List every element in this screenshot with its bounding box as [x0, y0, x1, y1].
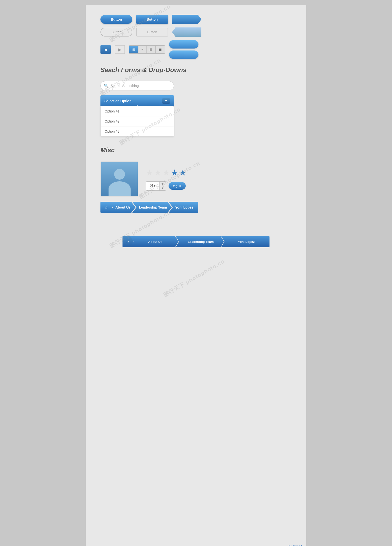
button-ghost-square-1[interactable]: Button — [136, 28, 168, 37]
bottom-nav-label-yoni: Yoni Lopez — [238, 240, 255, 244]
view-toggle-media[interactable]: ▣ — [156, 46, 165, 53]
breadcrumb-label-yoni: Yoni Lopez — [175, 205, 193, 209]
search-section-title: Seach Forms & Drop-Downs — [100, 66, 292, 74]
avatar-head — [114, 169, 125, 180]
search-forms-section: Seach Forms & Drop-Downs 🔍 Select an Opt… — [100, 66, 292, 136]
view-toggle-columns[interactable]: ⊟ — [147, 46, 156, 53]
chevron-down-icon: ▼ — [162, 98, 170, 104]
view-toggle-group: ⊞ ≡ ⊟ ▣ — [129, 45, 165, 54]
stepper-down-button[interactable]: ▼ — [159, 186, 166, 190]
view-toggle-list[interactable]: ≡ — [138, 46, 147, 53]
breadcrumb-item-about[interactable]: About Us — [109, 202, 135, 213]
tag-label: tag — [173, 184, 177, 188]
avatar — [100, 161, 138, 197]
star-4[interactable]: ★ — [171, 168, 178, 177]
select-wrapper: Select an Option ▼ Option #1 Option #2 O… — [100, 95, 174, 136]
search-input[interactable] — [100, 81, 174, 90]
buttons-section: Button Button Button Button ◀ ▶ ⊞ ≡ — [100, 15, 292, 59]
breadcrumb-label-leadership: Leadership Team — [139, 205, 167, 209]
misc-row: ★ ★ ★ ★ ★ 619 ▲ ▼ tag — [100, 161, 292, 197]
tag-dot — [179, 185, 181, 187]
pill-button-2[interactable] — [169, 50, 198, 59]
button-arrow-left[interactable] — [172, 27, 201, 37]
prev-icon: ◀ — [104, 47, 107, 52]
breadcrumb-label-about: About Us — [115, 205, 131, 209]
dropdown-menu: Option #1 Option #2 Option #3 — [100, 106, 174, 136]
avatar-body — [109, 181, 131, 196]
search-input-wrapper: 🔍 — [100, 81, 174, 90]
dropdown-item-1[interactable]: Option #1 — [101, 106, 174, 116]
button-arrow-right[interactable] — [172, 15, 201, 24]
stepper-up-button[interactable]: ▲ — [159, 182, 166, 186]
button-ghost-1[interactable]: Button — [100, 28, 132, 37]
bottom-nav: ⌂ About Us Leadership Team Yoni Lopez — [122, 236, 270, 247]
stepper-wrapper: 619 ▲ ▼ tag — [146, 181, 186, 191]
stepper: 619 ▲ ▼ — [146, 181, 166, 191]
home-icon: ⌂ — [105, 205, 108, 210]
view-toggle-grid[interactable]: ⊞ — [129, 46, 138, 53]
star-5[interactable]: ★ — [179, 168, 186, 177]
next-icon: ▶ — [118, 47, 121, 52]
bottom-home-icon: ⌂ — [126, 239, 129, 244]
media-icon: ▣ — [159, 48, 162, 51]
button-row-2: Button Button — [100, 27, 292, 37]
select-label: Select an Option — [104, 99, 131, 103]
dropdown-item-3[interactable]: Option #3 — [101, 126, 174, 136]
media-next-button[interactable]: ▶ — [115, 45, 125, 54]
breadcrumb-home[interactable]: ⌂ — [100, 202, 112, 213]
star-rating: ★ ★ ★ ★ ★ — [146, 168, 186, 177]
columns-icon: ⊟ — [149, 48, 152, 51]
button-row-1: Button Button — [100, 15, 292, 24]
stepper-buttons: ▲ ▼ — [159, 182, 166, 190]
bottom-nav-yoni[interactable]: Yoni Lopez — [221, 236, 270, 247]
media-prev-button[interactable]: ◀ — [100, 45, 111, 54]
tag-input[interactable]: tag — [169, 182, 186, 190]
pill-button-1[interactable] — [169, 40, 198, 49]
breadcrumb-item-yoni[interactable]: Yoni Lopez — [168, 202, 198, 213]
grid-icon: ⊞ — [132, 48, 135, 51]
button-row-3: ◀ ▶ ⊞ ≡ ⊟ ▣ — [100, 40, 292, 59]
star-2[interactable]: ★ — [154, 168, 161, 177]
page-container: 图行天下 photophoto.cn 图行天下 photophoto.cn 图行… — [86, 5, 306, 546]
list-icon: ≡ — [141, 48, 143, 51]
button-primary-1[interactable]: Button — [100, 15, 132, 24]
star-3[interactable]: ★ — [162, 168, 170, 177]
dropdown-item-2[interactable]: Option #2 — [101, 116, 174, 126]
credit-text: By: kiko11 — [288, 544, 302, 546]
bottom-nav-leadership[interactable]: Leadership Team — [176, 236, 224, 247]
bottom-nav-label-about: About Us — [148, 240, 162, 244]
breadcrumb-item-leadership[interactable]: Leadership Team — [132, 202, 172, 213]
bottom-nav-about[interactable]: About Us — [130, 236, 179, 247]
misc-section: Misc ★ ★ ★ ★ ★ 619 — [100, 146, 292, 213]
button-primary-square-1[interactable]: Button — [136, 15, 168, 24]
stepper-value: 619 — [146, 182, 159, 190]
star-1[interactable]: ★ — [146, 168, 153, 177]
bottom-nav-label-leadership: Leadership Team — [188, 240, 214, 244]
misc-section-title: Misc — [100, 146, 292, 154]
breadcrumb: ⌂ About Us Leadership Team Yoni Lopez — [100, 202, 247, 213]
search-icon: 🔍 — [104, 84, 109, 88]
